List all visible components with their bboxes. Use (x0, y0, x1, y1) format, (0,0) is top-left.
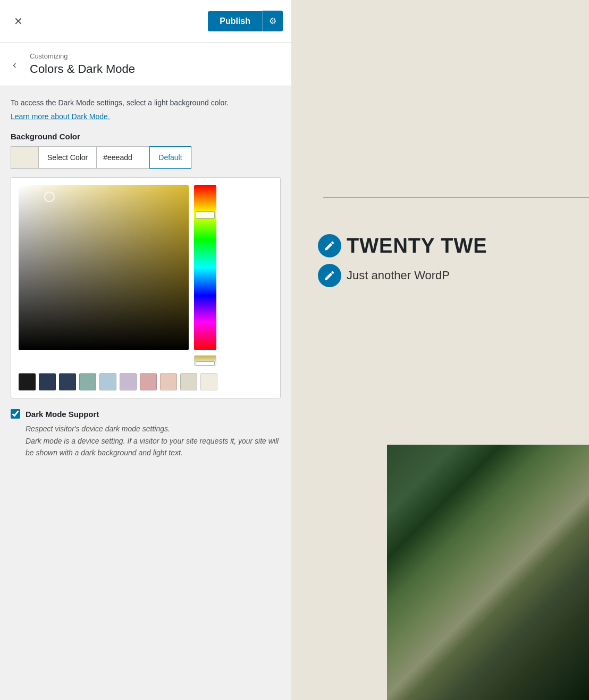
swatch-white[interactable] (200, 373, 217, 390)
left-panel: ✕ Publish ⚙ ‹ Customizing Colors & Dark … (0, 0, 291, 700)
picker-body (19, 185, 273, 366)
dark-mode-checkbox-row: Dark Mode Support (11, 409, 281, 419)
publish-settings-button[interactable]: ⚙ (262, 11, 283, 31)
publish-group: Publish ⚙ (208, 11, 283, 31)
painting-area (387, 445, 589, 700)
color-picker-row: Select Color Default (11, 146, 281, 169)
site-title-text: TWENTY TWE (347, 235, 487, 257)
hue-slider[interactable] (194, 185, 216, 350)
color-swatch-button[interactable] (11, 146, 38, 169)
section-title: Colors & Dark Mode (30, 62, 281, 76)
content-area: To access the Dark Mode settings, select… (0, 86, 291, 700)
site-title-row: TWENTY TWE (318, 234, 487, 257)
swatch-black[interactable] (19, 373, 36, 390)
swatch-light-blue[interactable] (99, 373, 116, 390)
dark-mode-description: Respect visitor's device dark mode setti… (11, 423, 281, 459)
swatch-cream[interactable] (180, 373, 197, 390)
learn-more-link[interactable]: Learn more about Dark Mode. (11, 112, 110, 121)
dark-mode-checkbox[interactable] (11, 409, 20, 419)
select-color-button[interactable]: Select Color (38, 146, 96, 169)
swatch-pink[interactable] (140, 373, 157, 390)
alpha-thumb (196, 361, 215, 365)
site-tagline-edit-icon[interactable] (318, 264, 341, 287)
site-tagline-text: Just another WordP (347, 269, 450, 282)
right-panel: TWENTY TWE Just another WordP (291, 0, 589, 700)
hue-slider-container (194, 185, 216, 366)
painting-image (387, 445, 589, 700)
pencil-icon-2 (324, 270, 335, 281)
background-color-title: Background Color (11, 132, 281, 141)
saturation-area[interactable] (19, 185, 189, 350)
site-title-area: TWENTY TWE Just another WordP (318, 234, 487, 287)
preview-divider (323, 197, 589, 198)
saturation-cursor (44, 191, 55, 202)
close-button[interactable]: ✕ (9, 12, 28, 31)
swatch-lavender[interactable] (120, 373, 137, 390)
info-text: To access the Dark Mode settings, select… (11, 97, 281, 109)
swatch-teal[interactable] (79, 373, 96, 390)
swatches-row (19, 373, 273, 390)
dark-mode-label: Dark Mode Support (26, 410, 99, 419)
back-button[interactable]: ‹ (9, 56, 21, 72)
section-header: ‹ Customizing Colors & Dark Mode (0, 43, 291, 86)
hue-thumb (196, 211, 215, 219)
swatch-dark-navy[interactable] (39, 373, 56, 390)
top-bar: ✕ Publish ⚙ (0, 0, 291, 43)
section-subtitle: Customizing (30, 52, 281, 60)
site-tagline-row: Just another WordP (318, 264, 487, 287)
site-title-edit-icon[interactable] (318, 234, 341, 257)
dark-mode-section: Dark Mode Support Respect visitor's devi… (11, 409, 281, 459)
gear-icon: ⚙ (269, 16, 276, 26)
swatch-navy[interactable] (59, 373, 76, 390)
color-picker-widget (11, 177, 281, 398)
publish-button[interactable]: Publish (208, 11, 262, 31)
hex-input[interactable] (96, 146, 149, 169)
swatch-peach[interactable] (160, 373, 177, 390)
alpha-slider[interactable] (194, 355, 216, 366)
pencil-icon (324, 240, 335, 252)
default-button[interactable]: Default (149, 146, 191, 169)
